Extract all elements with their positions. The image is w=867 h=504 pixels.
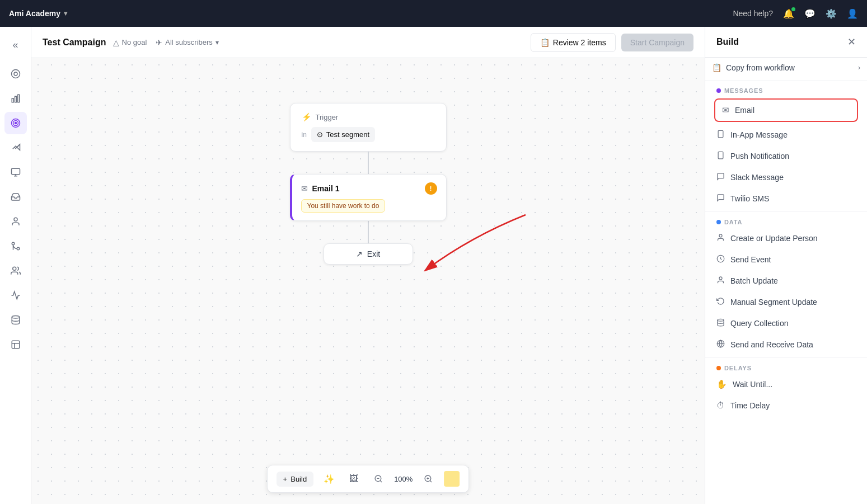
panel-item-wait-until[interactable]: ✋ Wait Until... xyxy=(705,374,867,395)
time-delay-icon: ⏱ xyxy=(716,401,725,410)
bell-wrapper[interactable]: 🔔 xyxy=(783,8,794,19)
create-person-label: Create or Update Person xyxy=(730,234,818,243)
sidebar-item-campaigns[interactable] xyxy=(4,112,27,134)
subscribers-item[interactable]: ✈ All subscribers ▾ xyxy=(156,38,219,47)
delays-section-label: DELAYS xyxy=(705,360,867,374)
trigger-label: Trigger xyxy=(316,113,339,121)
image-button[interactable]: 🖼 xyxy=(345,470,363,488)
workflow-canvas[interactable]: ⚡ Trigger in ⊙ Test segment xyxy=(31,58,705,504)
panel-item-manual-segment[interactable]: Manual Segment Update xyxy=(705,291,867,313)
exit-node[interactable]: ↗ Exit xyxy=(324,243,413,265)
svg-point-12 xyxy=(14,218,17,221)
copy-from-workflow-button[interactable]: 📋 Copy from workflow › xyxy=(705,58,867,78)
panel-item-twilio[interactable]: Twilio SMS xyxy=(705,188,867,209)
right-panel: Build ✕ 📋 Copy from workflow › MESSAGES … xyxy=(705,27,867,504)
svg-point-13 xyxy=(17,247,20,250)
chat-icon[interactable]: 💬 xyxy=(804,8,816,19)
zoom-out-button[interactable] xyxy=(369,470,387,488)
top-navigation: Ami Academy ▾ Need help? 🔔 💬 ⚙️ 👤 xyxy=(0,0,867,27)
send-receive-icon xyxy=(716,340,725,350)
email-node[interactable]: ✉ Email 1 ! You still have work to do xyxy=(290,174,447,221)
email-item-wrapper: ✉ Email xyxy=(705,96,867,124)
trigger-node[interactable]: ⚡ Trigger in ⊙ Test segment xyxy=(290,103,447,152)
panel-header: Build ✕ xyxy=(705,27,867,58)
panel-item-send-receive[interactable]: Send and Receive Data xyxy=(705,334,867,355)
delays-label: DELAYS xyxy=(724,365,752,371)
time-delay-label: Time Delay xyxy=(730,401,770,410)
sidebar-collapse-button[interactable]: « xyxy=(4,34,27,56)
sparkle-button[interactable]: ✨ xyxy=(320,470,338,488)
help-link[interactable]: Need help? xyxy=(733,9,773,18)
email-warning-badge: ! xyxy=(425,182,437,195)
send-icon: ✈ xyxy=(156,38,162,47)
panel-item-query-collection[interactable]: Query Collection xyxy=(705,313,867,334)
campaign-title: Test Campaign xyxy=(43,37,106,48)
panel-item-email[interactable]: ✉ Email xyxy=(714,98,858,122)
canvas-toolbar: + Build ✨ 🖼 100% xyxy=(267,465,470,493)
exit-icon: ↗ xyxy=(356,249,363,258)
svg-line-22 xyxy=(380,481,382,482)
send-event-label: Send Event xyxy=(730,255,771,264)
panel-item-create-person[interactable]: Create or Update Person xyxy=(705,228,867,249)
panel-item-send-event[interactable]: Send Event xyxy=(705,249,867,270)
review-icon: 📋 xyxy=(540,38,550,47)
sidebar-item-layout[interactable] xyxy=(4,333,27,356)
messages-label: MESSAGES xyxy=(724,87,763,94)
query-collection-icon xyxy=(716,318,725,328)
no-goal-item[interactable]: △ No goal xyxy=(113,38,147,47)
manual-segment-label: Manual Segment Update xyxy=(730,298,817,307)
batch-update-icon xyxy=(716,276,725,286)
panel-item-slack[interactable]: Slack Message xyxy=(705,167,867,188)
sidebar-item-broadcasts[interactable] xyxy=(4,136,27,159)
segment-icon: ⊙ xyxy=(317,130,323,139)
main-layout: « xyxy=(0,27,867,504)
warning-icon: ! xyxy=(430,185,432,192)
divider-2 xyxy=(705,211,867,212)
email-subject-badge: You still have work to do xyxy=(301,199,437,213)
subscribers-label: All subscribers xyxy=(165,38,213,46)
sidebar-item-integrations[interactable] xyxy=(4,235,27,257)
content-area: Test Campaign △ No goal ✈ All subscriber… xyxy=(31,27,705,504)
sidebar-item-audience[interactable] xyxy=(4,260,27,282)
delays-dot xyxy=(716,366,721,370)
segment-badge[interactable]: ⊙ Test segment xyxy=(311,127,375,142)
campaign-header-left: Test Campaign △ No goal ✈ All subscriber… xyxy=(43,37,219,48)
sidebar-item-database[interactable] xyxy=(4,309,27,331)
panel-item-push[interactable]: Push Notification xyxy=(705,145,867,167)
panel-item-batch-update[interactable]: Batch Update xyxy=(705,270,867,291)
sidebar-item-inbox[interactable] xyxy=(4,186,27,208)
panel-item-time-delay[interactable]: ⏱ Time Delay xyxy=(705,395,867,416)
gear-icon[interactable]: ⚙️ xyxy=(826,8,837,19)
svg-rect-30 xyxy=(718,152,723,159)
sidebar-item-people[interactable] xyxy=(4,210,27,233)
sidebar-item-activity[interactable] xyxy=(4,284,27,307)
svg-point-1 xyxy=(14,72,17,76)
sidebar-item-dashboard[interactable] xyxy=(4,63,27,85)
app-title-area: Ami Academy ▾ xyxy=(9,9,67,18)
panel-item-in-app[interactable]: In-App Message xyxy=(705,124,867,145)
email-item-label: Email xyxy=(735,106,754,115)
app-chevron-icon[interactable]: ▾ xyxy=(64,10,67,17)
svg-marker-8 xyxy=(17,144,20,150)
panel-close-button[interactable]: ✕ xyxy=(847,36,856,48)
messages-dot xyxy=(716,88,721,93)
sidebar: « xyxy=(0,27,31,504)
build-button[interactable]: + Build xyxy=(276,472,314,487)
svg-rect-2 xyxy=(12,98,13,102)
connector-1 xyxy=(368,152,369,174)
subscribers-dropdown-icon[interactable]: ▾ xyxy=(215,39,219,46)
push-label: Push Notification xyxy=(730,152,789,161)
sidebar-item-analytics[interactable] xyxy=(4,87,27,110)
user-icon[interactable]: 👤 xyxy=(847,8,858,19)
svg-rect-4 xyxy=(17,95,19,102)
sidebar-item-monitor[interactable] xyxy=(4,161,27,183)
zoom-in-button[interactable] xyxy=(419,470,437,488)
review-button[interactable]: 📋 Review 2 items xyxy=(531,33,616,52)
goal-icon: △ xyxy=(113,38,119,47)
email-node-icon: ✉ xyxy=(301,184,308,193)
no-goal-label: No goal xyxy=(122,38,147,46)
exit-label: Exit xyxy=(367,249,380,258)
color-swatch[interactable] xyxy=(444,471,460,487)
trigger-node-header: ⚡ Trigger xyxy=(302,112,435,121)
start-campaign-button[interactable]: Start Campaign xyxy=(621,34,693,51)
